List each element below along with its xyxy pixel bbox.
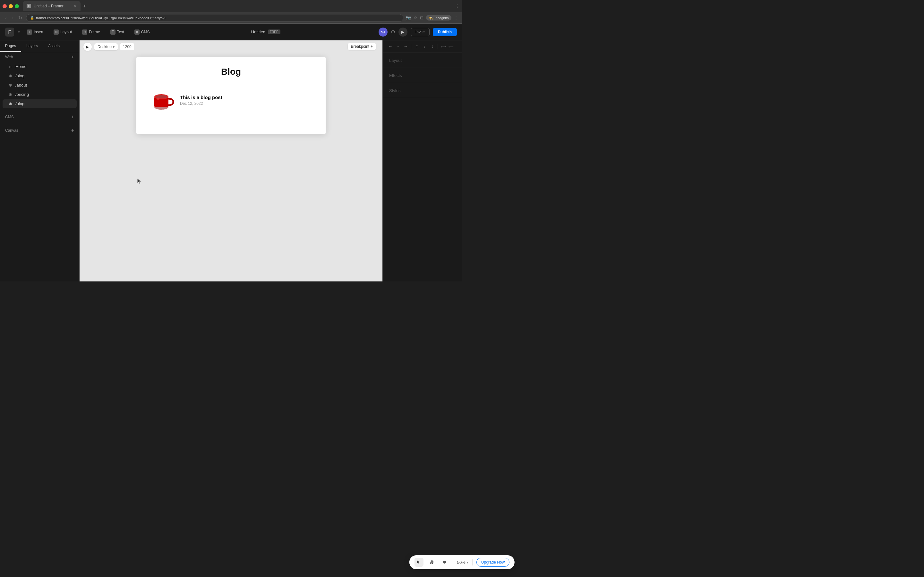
canvas-area[interactable]: ▶ Desktop ▾ 1200 Breakpoint + Blog	[79, 40, 383, 282]
address-text: framer.com/projects/Untitled--mZ98oDWaPJ…	[36, 16, 165, 20]
incognito-badge: 🕵 Incognito	[426, 15, 451, 21]
camera-off-icon: 📷	[406, 15, 411, 20]
lock-icon: 🔒	[30, 16, 34, 19]
pricing-icon: ⊕	[8, 92, 13, 97]
viewport-chevron: ▾	[113, 45, 115, 49]
distribute-h-icon[interactable]: ⟺	[440, 43, 447, 50]
blog-page-title: Blog	[149, 67, 313, 77]
page-frame: Blog	[136, 57, 326, 134]
tab-pages[interactable]: Pages	[0, 40, 21, 52]
breakpoint-button[interactable]: Breakpoint +	[348, 43, 376, 50]
canvas-section-header: Canvas +	[0, 126, 79, 135]
cursor-svg	[137, 178, 142, 185]
sidebar-item-pricing-label: /pricing	[15, 92, 29, 97]
align-left-icon[interactable]: ⇤	[387, 43, 394, 50]
sidebar-toggle-icon[interactable]: ⊟	[420, 15, 423, 20]
blog-icon: ⊕	[8, 73, 13, 78]
sidebar-item-about[interactable]: ⊕ /about	[3, 81, 77, 89]
incognito-icon: 🕵	[429, 16, 433, 20]
layout-section: Layout	[383, 53, 462, 68]
layout-label: Layout	[60, 30, 72, 34]
logo-dropdown-icon[interactable]: ▾	[18, 30, 20, 34]
sidebar-item-blog[interactable]: ⊕ /blog	[3, 71, 77, 80]
cms-add-button[interactable]: +	[71, 114, 74, 120]
tab-title: Untitled – Framer	[34, 4, 71, 8]
tab-assets[interactable]: Assets	[43, 40, 65, 52]
tab-layers[interactable]: Layers	[21, 40, 43, 52]
cursor-position	[137, 178, 142, 186]
framer-logo[interactable]: F	[5, 27, 14, 37]
cms-icon: ⊠	[134, 29, 140, 35]
user-avatar[interactable]: SJ	[379, 27, 388, 37]
traffic-light-green[interactable]	[15, 4, 19, 8]
address-bar[interactable]: 🔒 framer.com/projects/Untitled--mZ98oDWa…	[26, 14, 403, 22]
right-panel: ⇤ ↔ ⇥ ⇡ ↕ ⇣ ⟺ ⟸ Layout Effects Styles	[383, 40, 462, 282]
sidebar-tabs: Pages Layers Assets	[0, 40, 79, 52]
sidebar-item-pricing[interactable]: ⊕ /pricing	[3, 90, 77, 99]
blog-active-icon: ⊕	[8, 101, 13, 106]
publish-button[interactable]: Publish	[433, 28, 457, 36]
cms-tool[interactable]: ⊠ CMS	[131, 28, 153, 36]
canvas-section-title: Canvas	[5, 128, 18, 133]
effects-label: Effects	[389, 73, 402, 78]
sidebar-item-home[interactable]: ⌂ Home	[3, 62, 77, 71]
traffic-light-red[interactable]	[3, 4, 7, 8]
forward-button[interactable]: ›	[11, 15, 15, 21]
tab-close-button[interactable]: ✕	[74, 4, 77, 8]
star-icon[interactable]: ☆	[414, 15, 417, 20]
invite-button[interactable]: Invite	[411, 28, 430, 36]
distribute-v-icon[interactable]: ⟸	[447, 43, 455, 50]
viewport-selector[interactable]: Desktop ▾	[94, 43, 118, 50]
align-right-icon[interactable]: ⇥	[402, 43, 409, 50]
breakpoint-plus-icon: +	[371, 44, 373, 49]
free-badge: FREE	[268, 29, 280, 34]
browser-menu-icon[interactable]: ⋮	[454, 15, 458, 20]
align-separator-2	[438, 44, 438, 49]
blog-post-image	[149, 87, 175, 113]
browser-tab[interactable]: F Untitled – Framer ✕	[23, 1, 81, 11]
web-section-header: Web +	[0, 52, 79, 62]
align-center-h-icon[interactable]: ↔	[394, 43, 401, 50]
text-tool[interactable]: T Text	[107, 28, 128, 36]
viewport-label: Desktop	[97, 45, 111, 49]
sidebar-item-about-label: /about	[15, 83, 27, 87]
layout-label: Layout	[389, 58, 402, 63]
new-tab-button[interactable]: +	[83, 3, 86, 9]
align-separator-1	[411, 44, 411, 49]
canvas-play-button[interactable]: ▶	[83, 43, 92, 51]
layout-tool[interactable]: ⊞ Layout	[50, 28, 75, 36]
sidebar-item-home-label: Home	[15, 64, 27, 69]
reload-button[interactable]: ↻	[17, 15, 23, 21]
settings-button[interactable]: ⚙	[391, 29, 395, 35]
blog-post-info: This is a blog post Dec 12, 2022	[180, 95, 222, 106]
about-icon: ⊕	[8, 83, 13, 87]
insert-tool[interactable]: + Insert	[24, 28, 47, 36]
web-section-title: Web	[5, 55, 13, 59]
layout-icon: ⊞	[53, 29, 59, 35]
framer-logo-text: F	[8, 29, 11, 35]
preview-button[interactable]: ▶	[399, 27, 407, 37]
mug-svg	[149, 87, 175, 113]
blog-post-date: Dec 12, 2022	[180, 101, 222, 106]
back-button[interactable]: ‹	[4, 15, 8, 21]
styles-section: Styles	[383, 83, 462, 98]
align-top-icon[interactable]: ⇡	[413, 43, 420, 50]
frame-icon: □	[82, 29, 87, 35]
web-add-button[interactable]: +	[71, 54, 74, 60]
breakpoint-label: Breakpoint	[351, 44, 369, 49]
sidebar: Pages Layers Assets Web + ⌂ Home ⊕ /blog…	[0, 40, 79, 282]
sidebar-item-blog-active[interactable]: ⊕ /blog	[3, 99, 77, 108]
traffic-light-yellow[interactable]	[9, 4, 13, 8]
align-bottom-icon[interactable]: ⇣	[429, 43, 436, 50]
blog-post-item[interactable]: This is a blog post Dec 12, 2022	[149, 85, 313, 115]
frame-tool[interactable]: □ Frame	[79, 28, 103, 36]
svg-point-4	[156, 95, 167, 98]
tab-favicon: F	[27, 4, 31, 8]
tab-more-button[interactable]: ⋮	[455, 3, 459, 9]
text-label: Text	[117, 30, 124, 34]
text-icon: T	[110, 29, 115, 35]
align-center-v-icon[interactable]: ↕	[421, 43, 428, 50]
styles-label: Styles	[389, 88, 401, 93]
canvas-add-button[interactable]: +	[71, 127, 74, 133]
frame-width: 1200	[120, 43, 134, 50]
